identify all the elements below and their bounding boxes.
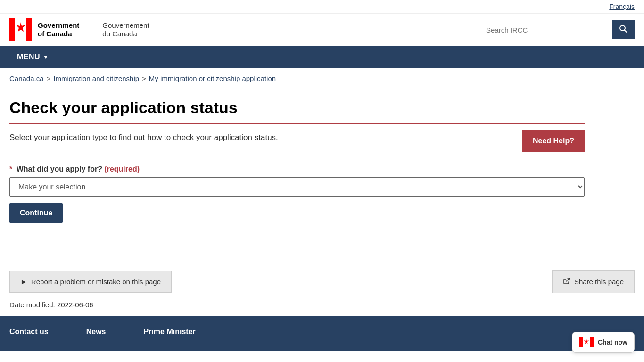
svg-rect-8 (590, 337, 594, 347)
footer-news-heading: News (86, 328, 106, 336)
report-problem-button[interactable]: ► Report a problem or mistake on this pa… (9, 271, 172, 293)
footer-col-pm: Prime Minister (143, 328, 195, 340)
gov-name-en: Governmentof Canada (38, 21, 79, 38)
content-row: Select your application type to find out… (9, 130, 585, 152)
breadcrumb-sep-2: > (142, 74, 146, 82)
svg-rect-6 (579, 337, 583, 347)
subtitle: Select your application type to find out… (9, 133, 513, 142)
share-svg-icon (563, 277, 570, 285)
breadcrumb: Canada.ca > Immigration and citizenship … (0, 68, 644, 89)
svg-line-5 (625, 30, 627, 33)
menu-button[interactable]: MENU ▼ (9, 46, 57, 68)
application-type-select[interactable]: Make your selection... Visitor visa, tra… (9, 177, 585, 197)
share-page-button[interactable]: Share this page (552, 270, 635, 293)
share-icon (563, 277, 570, 286)
svg-rect-2 (26, 18, 32, 41)
report-problem-label: Report a problem or mistake on this page (31, 278, 161, 286)
menu-label: MENU (17, 53, 40, 61)
gov-text-fr: Gouvernementdu Canada (102, 21, 149, 38)
footer-contact-heading: Contact us (9, 328, 49, 336)
form-section: * What did you apply for? (required) Mak… (9, 165, 585, 223)
site-header: Governmentof Canada Gouvernementdu Canad… (0, 14, 644, 46)
footer-col-contact: Contact us (9, 328, 49, 340)
breadcrumb-immigration[interactable]: Immigration and citizenship (53, 74, 139, 82)
required-tag: (required) (104, 165, 140, 173)
share-page-label: Share this page (574, 278, 624, 286)
form-label: * What did you apply for? (required) (9, 165, 585, 173)
date-modified-value: 2022-06-06 (57, 301, 93, 309)
divider (91, 20, 91, 39)
gov-text: Governmentof Canada (38, 21, 79, 38)
french-link[interactable]: Français (609, 3, 635, 10)
chat-flag-icon (579, 337, 594, 347)
required-star: * (9, 165, 12, 173)
footer-actions: ► Report a problem or mistake on this pa… (9, 270, 635, 293)
need-help-button[interactable]: Need Help? (522, 130, 585, 152)
main-content: Check your application status Select you… (0, 89, 594, 256)
gov-name-fr: Gouvernementdu Canada (102, 21, 149, 38)
chevron-down-icon: ▼ (43, 54, 49, 60)
report-triangle-icon: ► (20, 278, 27, 286)
date-modified: Date modified: 2022-06-06 (0, 293, 644, 316)
breadcrumb-my-application[interactable]: My immigration or citizenship applicatio… (149, 74, 276, 82)
search-button[interactable] (612, 20, 635, 39)
search-icon (619, 25, 627, 33)
footer-links: Contact us News Prime Minister (9, 328, 635, 340)
search-area (480, 20, 635, 39)
nav-bar: MENU ▼ (0, 46, 644, 68)
footer-pm-heading: Prime Minister (143, 328, 195, 336)
logo-area: Governmentof Canada Gouvernementdu Canad… (9, 18, 149, 41)
continue-button[interactable]: Continue (9, 203, 63, 223)
language-bar: Français (0, 0, 644, 14)
breadcrumb-sep-1: > (47, 74, 51, 82)
page-title: Check your application status (9, 99, 585, 124)
search-input[interactable] (480, 22, 612, 38)
canada-flag-icon (9, 18, 32, 41)
svg-rect-0 (9, 18, 15, 41)
form-label-text: What did you apply for? (17, 165, 102, 173)
footer-col-news: News (86, 328, 106, 340)
date-modified-label: Date modified: (9, 301, 55, 309)
breadcrumb-home[interactable]: Canada.ca (9, 74, 44, 82)
chat-widget[interactable]: Chat now (572, 332, 635, 351)
site-footer: Contact us News Prime Minister (0, 316, 644, 351)
chat-now-label: Chat now (598, 338, 627, 346)
